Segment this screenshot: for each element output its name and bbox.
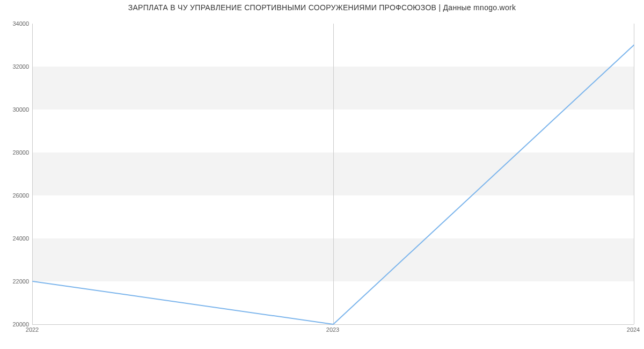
- y-tick-label: 34000: [2, 20, 29, 27]
- y-tick-label: 24000: [2, 235, 29, 242]
- x-tick-label: 2022: [26, 326, 39, 333]
- plot-area: [32, 24, 634, 325]
- grid-vline: [634, 24, 634, 324]
- y-tick-label: 28000: [2, 149, 29, 156]
- x-tick-label: 2024: [627, 326, 640, 333]
- chart-container: ЗАРПЛАТА В ЧУ УПРАВЛЕНИЕ СПОРТИВНЫМИ СОО…: [0, 0, 644, 349]
- y-tick-label: 30000: [2, 106, 29, 113]
- line-series: [33, 24, 634, 324]
- y-tick-label: 26000: [2, 192, 29, 199]
- y-tick-label: 32000: [2, 63, 29, 70]
- y-tick-label: 22000: [2, 278, 29, 285]
- y-tick-label: 20000: [2, 321, 29, 328]
- chart-title: ЗАРПЛАТА В ЧУ УПРАВЛЕНИЕ СПОРТИВНЫМИ СОО…: [0, 3, 644, 12]
- x-tick-label: 2023: [326, 326, 339, 333]
